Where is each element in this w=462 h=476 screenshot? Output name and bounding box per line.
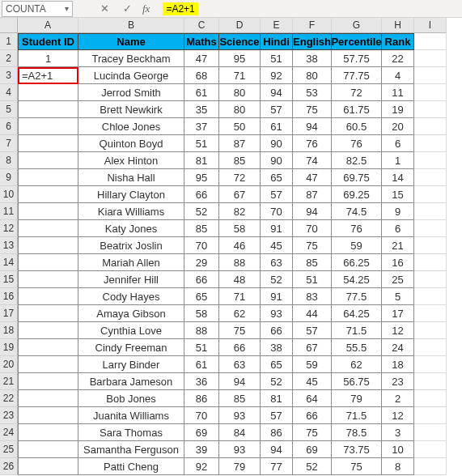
cell-empty[interactable] (414, 407, 447, 424)
table-header-cell[interactable]: Hindi (261, 33, 293, 50)
cell-empty[interactable] (414, 135, 447, 152)
table-cell[interactable]: 58 (184, 305, 219, 322)
table-cell[interactable]: 38 (261, 339, 293, 356)
cell-empty[interactable] (414, 33, 447, 50)
table-header-cell[interactable]: Rank (382, 33, 414, 50)
table-cell[interactable]: 75 (332, 458, 382, 475)
row-header[interactable]: 15 (0, 271, 18, 288)
table-cell[interactable] (18, 407, 78, 424)
table-cell[interactable]: 19 (382, 101, 414, 118)
table-cell[interactable]: 57 (261, 407, 293, 424)
table-cell[interactable]: Bob Jones (78, 390, 184, 407)
table-cell[interactable]: 83 (293, 288, 332, 305)
fx-icon[interactable]: fx (142, 2, 150, 15)
cell-empty[interactable] (414, 356, 447, 373)
table-cell[interactable]: 1 (18, 50, 78, 67)
table-cell[interactable]: 90 (261, 135, 293, 152)
column-header[interactable]: E (261, 18, 293, 33)
table-cell[interactable]: 80 (219, 84, 261, 101)
table-cell[interactable] (18, 186, 78, 203)
table-cell[interactable]: 94 (261, 441, 293, 458)
cell-empty[interactable] (414, 424, 447, 441)
spreadsheet-grid[interactable]: ABCDEFGHI1Student IDNameMathsScienceHind… (0, 18, 462, 475)
table-cell[interactable]: 81 (184, 152, 219, 169)
table-cell[interactable] (18, 203, 78, 220)
table-cell[interactable]: 54.25 (332, 271, 382, 288)
table-cell[interactable] (18, 441, 78, 458)
table-cell[interactable] (18, 356, 78, 373)
table-cell[interactable]: 71.5 (332, 322, 382, 339)
cell-empty[interactable] (414, 322, 447, 339)
table-cell[interactable]: Quinton Boyd (78, 135, 184, 152)
table-cell[interactable]: 91 (261, 220, 293, 237)
table-cell[interactable]: 68 (184, 67, 219, 84)
row-header[interactable]: 21 (0, 373, 18, 390)
cell-empty[interactable] (414, 271, 447, 288)
table-cell[interactable]: 51 (293, 271, 332, 288)
table-cell[interactable]: 77 (261, 458, 293, 475)
table-cell[interactable]: 14 (382, 169, 414, 186)
table-cell[interactable]: 94 (293, 118, 332, 135)
cell-empty[interactable] (414, 84, 447, 101)
table-cell[interactable] (18, 118, 78, 135)
table-cell[interactable]: 76 (332, 135, 382, 152)
table-cell[interactable]: 69.25 (332, 186, 382, 203)
table-header-cell[interactable]: Science (219, 33, 261, 50)
table-cell[interactable]: 61 (184, 84, 219, 101)
table-cell[interactable]: 51 (184, 135, 219, 152)
name-box[interactable]: COUNTA ▾ (2, 1, 73, 17)
table-cell[interactable]: 66 (184, 271, 219, 288)
table-cell[interactable]: 16 (382, 254, 414, 271)
table-cell[interactable]: 84 (219, 424, 261, 441)
table-cell[interactable]: 63 (219, 356, 261, 373)
table-cell[interactable] (18, 135, 78, 152)
row-header[interactable]: 12 (0, 220, 18, 237)
table-cell[interactable]: 2 (382, 390, 414, 407)
table-cell[interactable] (18, 271, 78, 288)
row-header[interactable]: 11 (0, 203, 18, 220)
table-cell[interactable]: 12 (382, 322, 414, 339)
table-cell[interactable]: 93 (219, 441, 261, 458)
table-cell[interactable]: 53 (293, 84, 332, 101)
table-cell[interactable]: 22 (382, 50, 414, 67)
table-cell[interactable]: 92 (261, 67, 293, 84)
table-cell[interactable]: 36 (184, 373, 219, 390)
table-cell[interactable]: 62 (332, 356, 382, 373)
table-cell[interactable]: 77.75 (332, 67, 382, 84)
table-cell[interactable]: 50 (219, 118, 261, 135)
table-cell[interactable] (18, 458, 78, 475)
table-header-cell[interactable]: Percentile (332, 33, 382, 50)
table-cell[interactable]: 25 (382, 271, 414, 288)
table-cell[interactable] (18, 305, 78, 322)
table-cell[interactable]: 45 (293, 373, 332, 390)
table-cell[interactable]: 52 (184, 203, 219, 220)
table-cell[interactable]: 65 (261, 356, 293, 373)
table-cell[interactable]: 39 (184, 441, 219, 458)
table-cell[interactable]: 60.5 (332, 118, 382, 135)
table-header-cell[interactable]: Maths (184, 33, 219, 50)
cell-empty[interactable] (414, 186, 447, 203)
table-cell[interactable]: 52 (293, 458, 332, 475)
table-cell[interactable]: 51 (261, 50, 293, 67)
table-header-cell[interactable]: Name (78, 33, 184, 50)
table-cell[interactable]: 67 (219, 186, 261, 203)
table-cell[interactable]: 91 (261, 288, 293, 305)
cell-empty[interactable] (414, 67, 447, 84)
table-cell[interactable]: 52 (261, 373, 293, 390)
column-header[interactable]: A (18, 18, 78, 33)
table-cell[interactable]: 82.5 (332, 152, 382, 169)
table-cell[interactable] (18, 169, 78, 186)
row-header[interactable]: 18 (0, 322, 18, 339)
table-cell[interactable]: 51 (184, 339, 219, 356)
table-cell[interactable]: 75 (293, 237, 332, 254)
table-cell[interactable]: Alex Hinton (78, 152, 184, 169)
table-cell[interactable]: 48 (219, 271, 261, 288)
table-cell[interactable]: Lucinda George (78, 67, 184, 84)
table-cell[interactable]: 70 (293, 220, 332, 237)
table-cell[interactable]: 58 (219, 220, 261, 237)
table-cell[interactable]: Brett Newkirk (78, 101, 184, 118)
cell-empty[interactable] (414, 237, 447, 254)
table-cell[interactable] (18, 288, 78, 305)
chevron-down-icon[interactable]: ▾ (65, 4, 69, 13)
select-all-corner[interactable] (0, 18, 18, 33)
